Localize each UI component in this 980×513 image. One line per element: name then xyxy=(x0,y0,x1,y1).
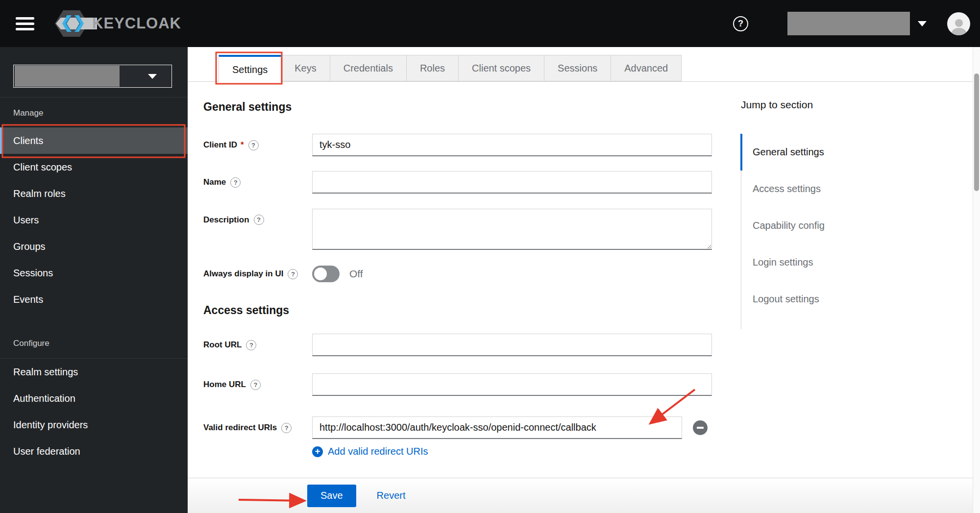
chevron-down-icon xyxy=(148,74,157,79)
help-icon[interactable] xyxy=(254,215,264,225)
home-url-label: Home URL xyxy=(203,380,246,390)
sidebar-item-realm-roles[interactable]: Realm roles xyxy=(0,180,188,207)
home-url-input[interactable] xyxy=(312,373,712,396)
sidebar-item-identity-providers[interactable]: Identity providers xyxy=(0,412,188,438)
tab-keys[interactable]: Keys xyxy=(281,55,330,81)
avatar[interactable] xyxy=(947,12,970,35)
chevron-down-icon[interactable] xyxy=(918,21,927,26)
sidebar-item-clients[interactable]: Clients xyxy=(0,127,188,154)
help-icon[interactable]: ? xyxy=(733,16,748,31)
main-content: Settings Keys Credentials Roles Client s… xyxy=(188,47,973,513)
name-row: Name xyxy=(203,171,742,194)
realm-name-redacted xyxy=(15,66,120,87)
root-url-label: Root URL xyxy=(203,340,242,350)
help-icon[interactable] xyxy=(250,380,261,390)
vertical-scrollbar-thumb[interactable] xyxy=(974,73,979,191)
configure-nav: Realm settings Authentication Identity p… xyxy=(0,358,188,464)
vertical-scrollbar-track[interactable] xyxy=(973,47,980,513)
sidebar-item-groups[interactable]: Groups xyxy=(0,233,188,260)
name-label: Name xyxy=(203,177,226,187)
sidebar-item-sessions[interactable]: Sessions xyxy=(0,260,188,286)
valid-redirect-uri-input[interactable] xyxy=(312,416,682,439)
nav-group-configure-label: Configure xyxy=(13,339,49,348)
sidebar-item-users[interactable]: Users xyxy=(0,207,188,233)
brand-wordmark: KEYCLOAK xyxy=(92,15,181,32)
add-valid-redirect-uri-link[interactable]: Add valid redirect URIs xyxy=(312,446,428,457)
user-menu-redacted[interactable] xyxy=(787,12,910,35)
root-url-row: Root URL xyxy=(203,334,742,356)
access-settings-heading: Access settings xyxy=(203,304,742,317)
form-action-bar: Save Revert xyxy=(188,478,973,513)
home-url-row: Home URL xyxy=(203,373,742,396)
help-icon[interactable] xyxy=(230,177,241,188)
description-row: Description xyxy=(203,209,742,250)
required-asterisk: * xyxy=(241,140,244,150)
client-id-label-group: Client ID * xyxy=(203,140,312,150)
help-icon[interactable] xyxy=(248,140,259,150)
jump-item-login-settings[interactable]: Login settings xyxy=(741,244,888,281)
help-icon[interactable] xyxy=(288,269,298,279)
valid-redirect-uris-label-group: Valid redirect URIs xyxy=(203,423,312,433)
jump-item-general-settings[interactable]: General settings xyxy=(740,134,888,171)
jump-item-access-settings[interactable]: Access settings xyxy=(741,171,888,207)
save-button[interactable]: Save xyxy=(307,485,356,507)
add-valid-redirect-uri-label: Add valid redirect URIs xyxy=(328,446,428,457)
sidebar-divider xyxy=(0,97,188,98)
jump-item-logout-settings[interactable]: Logout settings xyxy=(741,281,888,318)
help-icon[interactable] xyxy=(246,340,256,350)
plus-circle-icon xyxy=(312,446,323,457)
always-display-label-group: Always display in UI xyxy=(203,269,312,279)
tab-roles[interactable]: Roles xyxy=(406,55,459,81)
tab-credentials[interactable]: Credentials xyxy=(330,55,407,81)
user-avatar-icon xyxy=(951,18,967,35)
sidebar: Manage Clients Client scopes Realm roles… xyxy=(0,47,188,513)
settings-form: General settings Client ID * Name Descri… xyxy=(203,81,742,457)
toggle-state-label: Off xyxy=(349,268,363,280)
keycloak-logo: KEYCLOAK xyxy=(52,8,181,39)
jump-item-capability-config[interactable]: Capability config xyxy=(741,207,888,244)
always-display-row: Always display in UI Off xyxy=(203,266,742,282)
app-header: KEYCLOAK ? xyxy=(0,0,980,47)
manage-nav: Clients Client scopes Realm roles Users … xyxy=(0,127,188,313)
add-redirect-uri-row: Add valid redirect URIs xyxy=(203,446,742,457)
sidebar-item-user-federation[interactable]: User federation xyxy=(0,438,188,464)
sidebar-item-events[interactable]: Events xyxy=(0,286,188,313)
always-display-label: Always display in UI xyxy=(203,269,283,279)
description-input[interactable] xyxy=(312,209,712,250)
minus-circle-icon[interactable] xyxy=(693,420,708,435)
tab-sessions[interactable]: Sessions xyxy=(544,55,611,81)
root-url-label-group: Root URL xyxy=(203,340,312,350)
help-icon[interactable] xyxy=(281,423,292,433)
tab-advanced[interactable]: Advanced xyxy=(611,55,682,81)
jump-to-section-panel: Jump to section General settings Access … xyxy=(741,99,888,329)
client-id-label: Client ID xyxy=(203,140,237,150)
tab-client-scopes[interactable]: Client scopes xyxy=(458,55,544,81)
valid-redirect-uris-row: Valid redirect URIs xyxy=(203,416,742,439)
realm-selector[interactable] xyxy=(13,65,172,88)
name-input[interactable] xyxy=(312,171,712,194)
nav-group-manage-label: Manage xyxy=(13,108,43,118)
client-tabs: Settings Keys Credentials Roles Client s… xyxy=(219,55,682,82)
tab-settings[interactable]: Settings xyxy=(219,55,281,82)
valid-redirect-uris-label: Valid redirect URIs xyxy=(203,423,277,433)
sidebar-item-client-scopes[interactable]: Client scopes xyxy=(0,154,188,180)
jump-to-section-title: Jump to section xyxy=(741,99,888,111)
always-display-toggle[interactable] xyxy=(312,266,340,282)
root-url-input[interactable] xyxy=(312,334,712,356)
client-id-input[interactable] xyxy=(312,134,712,156)
home-url-label-group: Home URL xyxy=(203,380,312,390)
sidebar-item-authentication[interactable]: Authentication xyxy=(0,385,188,412)
description-label-group: Description xyxy=(203,209,312,225)
name-label-group: Name xyxy=(203,177,312,188)
jump-nav-list: General settings Access settings Capabil… xyxy=(741,134,888,329)
sidebar-item-realm-settings[interactable]: Realm settings xyxy=(0,359,188,385)
revert-link[interactable]: Revert xyxy=(377,490,406,501)
description-label: Description xyxy=(203,215,249,225)
general-settings-heading: General settings xyxy=(203,100,742,114)
client-id-row: Client ID * xyxy=(203,134,742,156)
hamburger-icon[interactable] xyxy=(16,14,34,33)
